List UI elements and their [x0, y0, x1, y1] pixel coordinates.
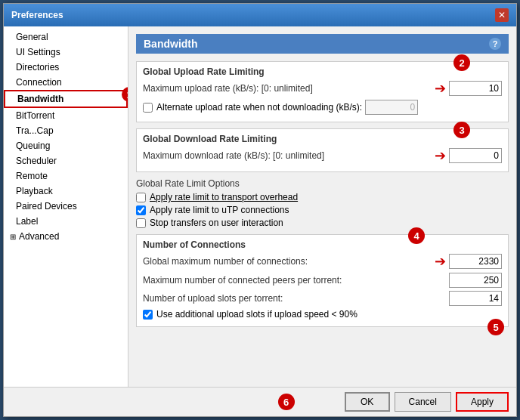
panel-title: Bandwidth: [144, 38, 198, 50]
upload-extra-checkbox[interactable]: [143, 310, 153, 320]
ok-button[interactable]: OK: [345, 392, 390, 412]
upload-extra-label: Use additional upload slots if upload sp…: [156, 309, 358, 320]
sidebar-item-tracap[interactable]: Tra...Cap: [4, 123, 128, 138]
options-section: Global Rate Limit Options Apply rate lim…: [136, 178, 509, 228]
options-row-2: Apply rate limit to uTP connections: [136, 205, 509, 215]
annotation-3: 3: [453, 122, 470, 138]
upload-slots-input[interactable]: [449, 291, 502, 306]
sidebar-item-directories[interactable]: Directories: [4, 60, 128, 75]
options-checkbox-2[interactable]: [136, 205, 146, 215]
upload-alt-checkbox[interactable]: [143, 103, 153, 113]
options-label-3: Stop transfers on user interaction: [150, 218, 283, 228]
expand-icon: ⊞: [10, 233, 16, 241]
connections-max-label: Global maximum number of connections:: [143, 256, 435, 267]
footer: 6 OK Cancel Apply: [4, 387, 516, 416]
upload-extra-row: Use additional upload slots if upload sp…: [143, 309, 502, 320]
sidebar-item-connection[interactable]: Connection: [4, 75, 128, 90]
options-row-1: Apply rate limit to transport overhead: [136, 192, 509, 202]
options-checkbox-3[interactable]: [136, 218, 146, 228]
upload-slots-row: Number of upload slots per torrent:: [143, 291, 502, 306]
sidebar-item-queuing[interactable]: Queuing: [4, 138, 128, 153]
sidebar-item-ui-settings[interactable]: UI Settings: [4, 45, 128, 60]
connections-max-row: Global maximum number of connections: ➔: [143, 253, 502, 270]
close-button[interactable]: ✕: [495, 8, 509, 22]
sidebar: General UI Settings Directories Connecti…: [4, 26, 128, 387]
annotation-6: 6: [278, 394, 295, 410]
peers-max-label: Maximum number of connected peers per to…: [143, 275, 449, 286]
connections-arrow: ➔: [435, 253, 446, 270]
peers-max-row: Maximum number of connected peers per to…: [143, 273, 502, 288]
sidebar-item-advanced[interactable]: ⊞ Advanced: [4, 229, 128, 244]
upload-max-row: Maximum upload rate (kB/s): [0: unlimite…: [143, 80, 502, 97]
annotation-4: 4: [408, 227, 425, 244]
options-label-1: Apply rate limit to transport overhead: [150, 192, 298, 202]
download-max-label: Maximum download rate (kB/s): [0: unlimi…: [143, 150, 435, 161]
annotation-2: 2: [453, 54, 470, 71]
connections-section: Number of Connections 4 Global maximum n…: [136, 234, 509, 327]
sidebar-item-bittorrent[interactable]: BitTorrent: [4, 108, 128, 123]
upload-arrow: ➔: [435, 80, 446, 97]
upload-alt-input[interactable]: [365, 100, 418, 115]
sidebar-item-remote[interactable]: Remote: [4, 168, 128, 184]
options-title: Global Rate Limit Options: [136, 178, 509, 189]
sidebar-item-scheduler[interactable]: Scheduler: [4, 153, 128, 168]
title-bar: Preferences ✕: [4, 4, 516, 26]
panel-header: Bandwidth ?: [136, 34, 509, 54]
annotation-1: 1: [122, 87, 128, 102]
download-section-title: Global Download Rate Limiting: [143, 134, 502, 144]
download-section: Global Download Rate Limiting 3 Maximum …: [136, 128, 509, 172]
connections-max-input[interactable]: [449, 254, 502, 269]
upload-alt-row: Alternate upload rate when not downloadi…: [143, 100, 502, 115]
annotation-5: 5: [488, 319, 504, 335]
connections-title: Number of Connections: [143, 239, 502, 250]
sidebar-item-playback[interactable]: Playback: [4, 184, 128, 199]
sidebar-item-paired-devices[interactable]: Paired Devices: [4, 199, 128, 214]
main-panel: Bandwidth ? Global Upload Rate Limiting …: [128, 26, 516, 387]
options-label-2: Apply rate limit to uTP connections: [150, 205, 289, 215]
download-max-row: Maximum download rate (kB/s): [0: unlimi…: [143, 147, 502, 164]
upload-section: Global Upload Rate Limiting 2 Maximum up…: [136, 61, 509, 122]
dialog-title: Preferences: [11, 10, 63, 20]
upload-slots-label: Number of upload slots per torrent:: [143, 293, 449, 304]
sidebar-item-advanced-label: Advanced: [19, 231, 59, 242]
cancel-button[interactable]: Cancel: [395, 392, 451, 412]
sidebar-item-label[interactable]: Label: [4, 214, 128, 229]
upload-max-label: Maximum upload rate (kB/s): [0: unlimite…: [143, 83, 435, 94]
options-row-3: Stop transfers on user interaction: [136, 218, 509, 228]
peers-max-input[interactable]: [449, 273, 502, 288]
sidebar-item-general[interactable]: General: [4, 29, 128, 45]
apply-button[interactable]: Apply: [456, 392, 509, 412]
help-icon[interactable]: ?: [489, 38, 501, 50]
dialog-content: General UI Settings Directories Connecti…: [4, 26, 516, 387]
upload-alt-label: Alternate upload rate when not downloadi…: [156, 102, 362, 113]
preferences-dialog: Preferences ✕ General UI Settings Direct…: [3, 3, 517, 417]
download-max-input[interactable]: [449, 148, 502, 163]
options-checkbox-1[interactable]: [136, 193, 146, 202]
download-arrow: ➔: [435, 147, 446, 164]
sidebar-item-bandwidth[interactable]: Bandwidth 1: [4, 90, 128, 108]
upload-max-input[interactable]: [449, 81, 502, 96]
upload-section-title: Global Upload Rate Limiting: [143, 66, 502, 77]
